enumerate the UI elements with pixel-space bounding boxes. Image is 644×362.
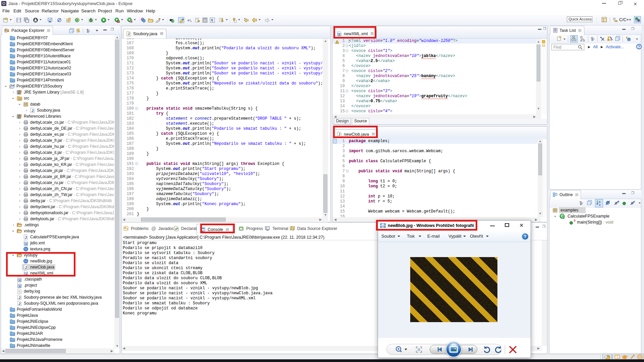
svg-text:010: 010 [25,213,28,214]
svg-text:010: 010 [25,140,28,142]
svg-text:C: C [561,214,564,218]
svg-text:010: 010 [25,176,28,178]
svg-text:010: 010 [25,170,28,172]
svg-text:010: 010 [25,188,28,190]
svg-text:J: J [18,296,20,300]
svg-text:J: J [13,83,14,86]
svg-text:010: 010 [25,134,28,136]
svg-text:010: 010 [25,122,28,124]
svg-text:J: J [18,302,20,306]
svg-text:X: X [25,242,27,246]
svg-text:010: 010 [25,158,28,160]
svg-text:010: 010 [25,164,28,166]
svg-text:010: 010 [25,128,28,130]
svg-text:¶: ¶ [211,18,213,22]
svg-text:X: X [19,279,21,282]
svg-text:010: 010 [25,146,28,148]
svg-text:J: J [25,235,27,239]
svg-text:X: X [19,285,21,288]
svg-text:010: 010 [25,152,28,154]
svg-text:010: 010 [25,206,28,208]
svg-text:010: 010 [25,182,28,184]
svg-text:010: 010 [25,219,28,220]
svg-text:010: 010 [25,200,28,202]
svg-text:010: 010 [25,194,28,196]
svg-text:J: J [128,32,130,36]
svg-text:@: @ [151,226,156,231]
svg-text:!: ! [336,41,337,44]
svg-text:z: z [599,203,601,206]
svg-text:☍: ☍ [175,227,178,231]
svg-text:J: J [32,109,34,113]
